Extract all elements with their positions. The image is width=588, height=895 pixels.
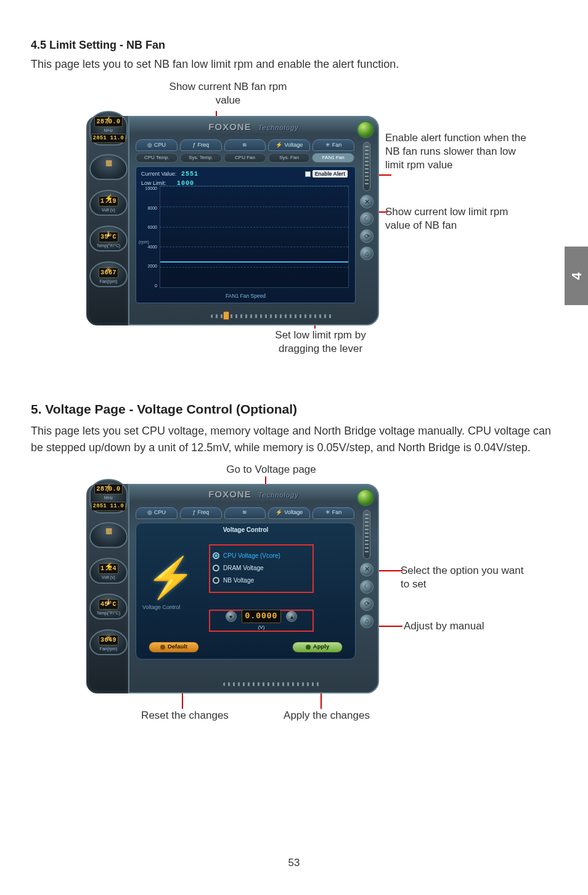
- moon-icon: ☾: [364, 214, 370, 224]
- chevron-up-icon: ▴: [290, 612, 293, 621]
- apply-button[interactable]: Apply: [292, 642, 343, 653]
- gauge-freq-unit: MHz: [104, 495, 113, 502]
- subtab-fan1[interactable]: FAN1 Fan: [312, 153, 354, 163]
- minimize-button[interactable]: ☾: [360, 212, 374, 226]
- gauge-freq-sub: 2051 11.0: [91, 134, 126, 143]
- moon-icon: ☾: [364, 581, 370, 592]
- default-button[interactable]: Default: [149, 642, 199, 653]
- annot-slider: Set low limit rpm by dragging the lever: [259, 329, 382, 356]
- gridline: [160, 186, 348, 187]
- annot-adjust: Adjust by manual: [404, 619, 527, 633]
- chart-area: [160, 186, 349, 288]
- bolt-icon: ⚡: [104, 561, 113, 572]
- voltage-option-nb[interactable]: NB Voltage: [213, 576, 310, 585]
- tab-freq[interactable]: ƒFreq: [180, 507, 222, 519]
- voltage-unit: (V): [258, 624, 265, 631]
- gridline: [160, 267, 348, 268]
- gauge-freq-sub: 2051 11.0: [91, 502, 126, 511]
- radio-icon: [213, 577, 219, 584]
- tab-label: CPU: [154, 141, 166, 150]
- home-icon: ⌂: [365, 248, 369, 259]
- corner-orb[interactable]: [357, 121, 374, 138]
- tab-voltage[interactable]: ⚡Voltage: [268, 139, 310, 151]
- tab-fan[interactable]: ✳Fan: [312, 507, 354, 519]
- checkbox-icon: [305, 171, 311, 177]
- y-tick: 6000: [140, 224, 157, 231]
- tab-label: Voltage: [284, 141, 303, 150]
- refresh-button[interactable]: ⟳: [360, 229, 374, 243]
- tab-cpu[interactable]: ◎CPU: [136, 507, 178, 519]
- subtab-sys-fan[interactable]: Sys. Fan: [268, 153, 311, 163]
- option-label: DRAM Voltage: [223, 563, 264, 573]
- heading-5: 5. Voltage Page - Voltage Control (Optio…: [31, 399, 557, 419]
- close-button[interactable]: ✕: [360, 563, 374, 576]
- close-button[interactable]: ✕: [360, 195, 374, 208]
- gauge-freq-unit: MHz: [104, 128, 113, 134]
- brand-text: FOXONE Technology: [208, 120, 298, 134]
- tab-cpu[interactable]: ◎CPU: [136, 139, 178, 151]
- freq-icon: ƒ: [107, 114, 111, 125]
- app-header: FOXONE Technology: [129, 117, 378, 137]
- gauge-volt: ⚡ 1.24 Volt (v): [89, 558, 128, 584]
- current-value-label: Current Value:: [141, 171, 176, 177]
- tab-blank[interactable]: ≋: [224, 507, 266, 519]
- corner-orb[interactable]: [357, 489, 374, 506]
- gauge-fan-unit: Fan(rpm): [100, 279, 118, 285]
- low-limit-slider[interactable]: [211, 314, 334, 318]
- gauge-freq: ƒ 2870.0 MHz 2051 11.0: [89, 479, 128, 513]
- footer-dots: [223, 682, 322, 686]
- gauge-freq: ƒ 2870.0 MHz 2051 11.0: [89, 111, 128, 145]
- waves-icon: ≋: [242, 509, 247, 517]
- chevron-down-icon: ▾: [229, 612, 232, 621]
- cpu-icon: ▦: [105, 157, 112, 168]
- slider-handle[interactable]: [223, 311, 229, 320]
- refresh-button[interactable]: ⟳: [360, 597, 374, 611]
- voltage-down-button[interactable]: ▾: [226, 611, 237, 622]
- annot-low-limit: Show current low limit rpm value of NB f…: [385, 205, 527, 232]
- body-4-5: This page lets you to set NB fan low lim…: [31, 56, 557, 73]
- minimize-button[interactable]: ☾: [360, 580, 374, 594]
- enable-alert-label: Enable Alert: [312, 170, 348, 178]
- brand-name: FOXONE: [208, 489, 251, 499]
- voltage-up-button[interactable]: ▴: [286, 611, 297, 622]
- subtab-cpu-fan[interactable]: CPU Fan: [224, 153, 266, 163]
- y-unit: (rpm): [139, 239, 149, 246]
- y-tick: 4000: [147, 245, 157, 249]
- home-button[interactable]: ⌂: [360, 247, 374, 260]
- app-header: FOXONE Technology: [129, 485, 378, 505]
- gauge-temp: 🌡 45°C Temp(°F/°C): [89, 594, 128, 619]
- freq-icon: ƒ: [192, 509, 195, 517]
- tab-voltage[interactable]: ⚡Voltage: [268, 507, 310, 519]
- voltage-panel: Voltage Control ⚡ Voltage Control CPU Vo…: [136, 523, 356, 660]
- globe-icon: ◎: [147, 509, 152, 517]
- subtab-cpu-temp[interactable]: CPU Temp.: [136, 153, 178, 163]
- fan-icon: ✳: [105, 264, 112, 276]
- gauge-temp-unit: Temp(°F/°C): [97, 610, 121, 617]
- tab-fan[interactable]: ✳Fan: [312, 139, 354, 151]
- skin-slider[interactable]: [363, 510, 370, 559]
- voltage-buttons: Default Apply: [149, 642, 343, 653]
- gridline: [160, 227, 348, 227]
- bolt-icon: ⚡: [104, 193, 113, 204]
- bolt-large-icon: ⚡: [146, 548, 195, 607]
- option-label: NB Voltage: [223, 576, 254, 585]
- tab-freq[interactable]: ƒFreq: [180, 139, 222, 151]
- tabs-row: ◎CPU ƒFreq ≋ ⚡Voltage ✳Fan: [129, 505, 378, 519]
- skin-slider[interactable]: [363, 142, 370, 191]
- gauge-fan: ✳ 3667 Fan(rpm): [89, 261, 128, 287]
- body-5: This page lets you set CPU voltage, memo…: [31, 423, 557, 456]
- enable-alert-toggle[interactable]: Enable Alert: [303, 170, 350, 178]
- fan-icon: ✳: [325, 509, 330, 517]
- voltage-option-cpu[interactable]: CPU Voltage (Vcore): [213, 551, 310, 560]
- tab-label: Freq: [197, 141, 209, 150]
- home-button[interactable]: ⌂: [360, 615, 374, 628]
- gauge-volt-unit: Volt (v): [102, 207, 115, 214]
- voltage-option-dram[interactable]: DRAM Voltage: [213, 563, 310, 573]
- tab-blank[interactable]: ≋: [224, 139, 266, 151]
- radio-icon: [213, 552, 219, 559]
- annot-enable-alert: Enable alert function when the NB fan ru…: [385, 131, 527, 172]
- subtab-sys-temp[interactable]: Sys. Temp.: [180, 153, 223, 163]
- bolt-icon: ⚡: [276, 509, 282, 517]
- radio-icon: [213, 565, 219, 571]
- app-body: FOXONE Technology ◎CPU ƒFreq ≋ ⚡Voltage …: [128, 116, 379, 325]
